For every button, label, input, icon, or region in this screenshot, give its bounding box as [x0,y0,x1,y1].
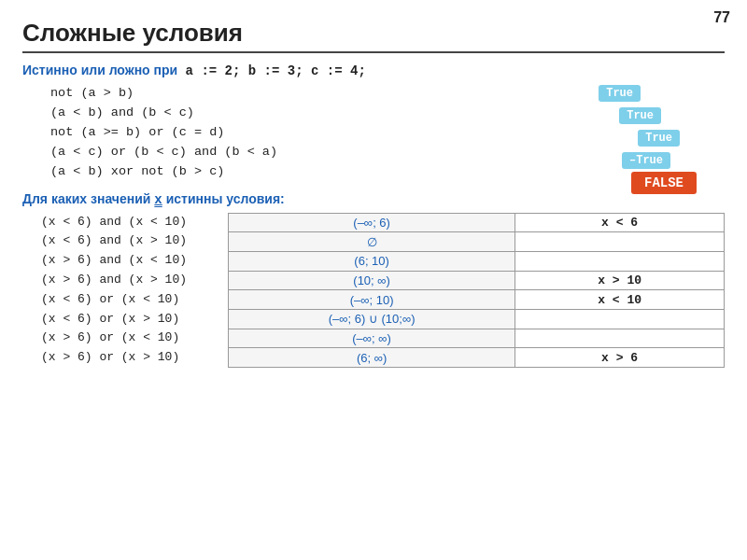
table-row-right-0: x < 6 [515,213,725,232]
table-row-right-2 [515,251,725,271]
intro-code: a := 2; b := 3; c := 4; [177,63,366,78]
code-list-item-6: (x < 6) or (x > 10) [22,310,213,329]
section2-suffix: истинны условия: [162,191,285,206]
table-row-center-6: (–∞; ∞) [229,329,515,348]
table-row-center-0: (–∞; 6) [229,213,515,232]
page-title: Сложные условия [22,19,725,53]
section2-prefix: Для каких значений [22,191,154,206]
code-list-item-2: (x < 6) and (x > 10) [22,231,213,251]
table-row-right-5 [515,309,725,329]
badge-true-3: True [638,130,680,147]
code-list-item-8: (x > 6) or (x > 10) [22,348,213,368]
section1-intro: Истинно или ложно при a := 2; b := 3; c … [22,63,725,78]
table-row-center-5: (–∞; 6) ∪ (10;∞) [229,309,515,329]
table-row-center-2: (6; 10) [229,251,515,271]
table-row-right-3: x > 10 [515,271,725,290]
table-row-right-7: x > 6 [515,348,725,368]
code-list-item-3: (x > 6) and (x < 10) [22,251,213,271]
table-row-center-1: ∅ [229,232,515,252]
table-row-right-6 [515,329,725,348]
code-list-item-4: (x > 6) and (x > 10) [22,271,213,290]
x-variable: x [154,192,162,207]
code-list-item-1: (x < 6) and (x < 10) [22,213,213,232]
intro-label: Истинно или ложно при [22,63,177,77]
table-row-center-4: (–∞; 10) [229,290,515,310]
results-table: (–∞; 6)x < 6∅(6; 10)(10; ∞)x > 10(–∞; 10… [228,213,725,368]
table-row-center-3: (10; ∞) [229,271,515,290]
table-row-right-4: x < 10 [515,290,725,310]
badge-true-2: True [619,107,661,124]
badge-neg-true-4: –True [622,152,670,169]
bottom-section: (x < 6) and (x < 10) (x < 6) and (x > 10… [22,213,725,368]
code-list: (x < 6) and (x < 10) (x < 6) and (x > 10… [22,213,228,368]
code-list-item-7: (x > 6) or (x < 10) [22,329,213,348]
table-row-right-1 [515,232,725,252]
table-row-center-7: (6; ∞) [229,348,515,368]
badge-false-5: FALSE [631,172,697,194]
code-list-item-5: (x < 6) or (x < 10) [22,290,213,310]
badge-true-1: True [599,85,641,102]
page-number: 77 [713,9,730,26]
